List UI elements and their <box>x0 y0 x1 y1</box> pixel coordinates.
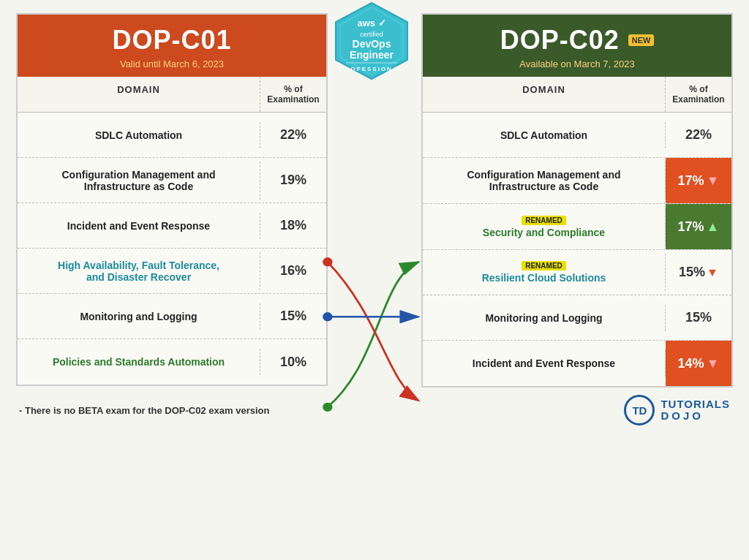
right-domain-4: RENAMED Resilient Cloud Solutions <box>423 254 666 291</box>
right-pct-5: 15% <box>666 310 731 325</box>
svg-text:DevOps: DevOps <box>353 38 391 50</box>
left-row-3: Incident and Event Response 18% <box>18 203 326 249</box>
td-tutorials: TUTORIALS <box>660 398 730 411</box>
left-pct-3: 18% <box>260 218 326 233</box>
main-container: DOP-C01 Valid until March 6, 2023 DOMAIN… <box>0 0 749 560</box>
right-row-6: Incident and Event Response 14% ▼ <box>423 341 731 386</box>
new-badge: NEW <box>628 34 655 46</box>
right-pct-2: 17% ▼ <box>666 158 731 203</box>
right-row-2: Configuration Management andInfrastructu… <box>423 158 731 204</box>
left-table: DOP-C01 Valid until March 6, 2023 DOMAIN… <box>16 13 328 386</box>
left-pct-1: 22% <box>260 127 326 143</box>
right-domain-5: Monitoring and Logging <box>423 305 666 331</box>
footer-note-text: - There is no BETA exam for the DOP-C02 … <box>19 405 269 416</box>
left-row-4: High Availability, Fault Tolerance,and D… <box>18 249 326 294</box>
arrow-down-icon-2: ▼ <box>707 173 720 189</box>
right-pct-6-val: 14% <box>678 356 704 371</box>
svg-text:aws ✓: aws ✓ <box>357 18 385 29</box>
svg-text:Engineer: Engineer <box>350 49 394 61</box>
left-domain-1: SDLC Automation <box>18 122 260 148</box>
right-available: Available on March 7, 2023 <box>519 58 634 69</box>
left-row-1: SDLC Automation 22% <box>18 113 326 158</box>
right-col-pct: % of Examination <box>666 77 731 112</box>
right-pct-2-val: 17% <box>678 173 704 189</box>
left-header: DOP-C01 Valid until March 6, 2023 <box>18 15 326 77</box>
left-valid: Valid until March 6, 2023 <box>120 58 224 69</box>
arrow-down-icon-6: ▼ <box>707 356 720 371</box>
right-pct-6: 14% ▼ <box>666 341 731 386</box>
right-pct-3: 17% ▲ <box>666 204 731 249</box>
right-pct-4: 15% ▼ <box>666 265 731 280</box>
renamed-badge-3: RENAMED <box>522 216 566 225</box>
footer-note: - There is no BETA exam for the DOP-C02 … <box>19 405 269 416</box>
right-title-wrap: DOP-C02 NEW <box>500 25 655 56</box>
right-domain-3: RENAMED Security and Compliance <box>423 208 666 246</box>
tables-row: DOP-C01 Valid until March 6, 2023 DOMAIN… <box>16 13 733 387</box>
right-pct-3-val: 17% <box>678 219 704 235</box>
aws-badge-wrap: aws ✓ certified DevOps Engineer PROFESSI… <box>331 0 412 95</box>
left-row-5: Monitoring and Logging 15% <box>18 294 326 339</box>
right-domain-2: Configuration Management andInfrastructu… <box>423 162 666 200</box>
right-pct-1: 22% <box>666 127 731 143</box>
aws-badge: aws ✓ certified DevOps Engineer PROFESSI… <box>331 0 412 95</box>
right-header: DOP-C02 NEW Available on March 7, 2023 <box>423 15 731 77</box>
left-domain-5: Monitoring and Logging <box>18 303 260 330</box>
td-text: TUTORIALS DOJO <box>660 398 730 423</box>
renamed-badge-4: RENAMED <box>522 261 566 270</box>
left-domain-6: Policies and Standards Automation <box>18 349 260 375</box>
left-row-6: Policies and Standards Automation 10% <box>18 339 326 385</box>
right-domain-3-inner: RENAMED Security and Compliance <box>433 216 655 238</box>
right-row-3: RENAMED Security and Compliance 17% ▲ <box>423 204 731 250</box>
right-row-1: SDLC Automation 22% <box>423 113 731 158</box>
left-domain-4: High Availability, Fault Tolerance,and D… <box>18 252 260 290</box>
right-domain-4-text: Resilient Cloud Solutions <box>482 272 606 284</box>
left-pct-4: 16% <box>260 263 326 279</box>
right-col-header: DOMAIN % of Examination <box>423 77 731 113</box>
left-row-2: Configuration Management andInfrastructu… <box>18 158 326 203</box>
right-domain-1: SDLC Automation <box>423 122 666 148</box>
right-domain-4-inner: RENAMED Resilient Cloud Solutions <box>433 261 655 284</box>
left-pct-2: 19% <box>260 173 326 188</box>
right-col-domain: DOMAIN <box>423 77 666 112</box>
left-col-pct: % of Examination <box>260 77 326 112</box>
left-col-header: DOMAIN % of Examination <box>18 77 326 113</box>
svg-text:certified: certified <box>360 31 383 38</box>
right-row-4: RENAMED Resilient Cloud Solutions 15% ▼ <box>423 250 731 295</box>
right-domain-3-text: Security and Compliance <box>483 227 605 238</box>
arrow-up-icon-3: ▲ <box>707 219 720 235</box>
right-title: DOP-C02 <box>500 25 620 56</box>
left-pct-5: 15% <box>260 309 326 324</box>
td-logo: TD TUTORIALS DOJO <box>624 395 730 425</box>
right-table: DOP-C02 NEW Available on March 7, 2023 D… <box>421 13 733 387</box>
right-row-5: Monitoring and Logging 15% <box>423 295 731 341</box>
right-pct-4-val: 15% <box>679 265 705 280</box>
left-col-domain: DOMAIN <box>18 77 260 112</box>
footer-row: - There is no BETA exam for the DOP-C02 … <box>16 395 733 425</box>
arrow-down-small-4: ▼ <box>707 266 718 279</box>
svg-text:PROFESSIONAL: PROFESSIONAL <box>339 66 403 72</box>
left-domain-2: Configuration Management andInfrastructu… <box>18 162 260 200</box>
left-domain-3: Incident and Event Response <box>18 213 260 239</box>
left-title: DOP-C01 <box>112 25 231 56</box>
td-circle: TD <box>624 395 655 425</box>
left-pct-6: 10% <box>260 355 326 370</box>
td-dojo: DOJO <box>660 410 730 423</box>
right-domain-6: Incident and Event Response <box>423 350 666 377</box>
